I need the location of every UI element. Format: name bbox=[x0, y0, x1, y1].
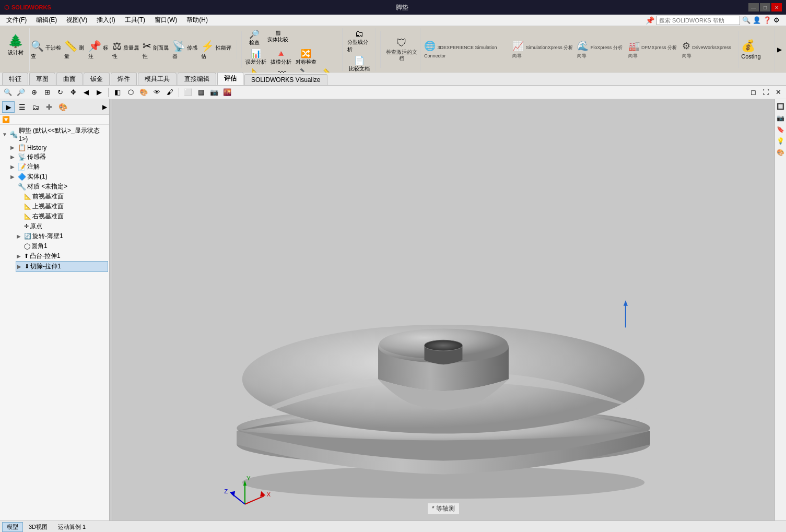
view-cube-button[interactable]: ▦ bbox=[195, 87, 207, 98]
scene-button[interactable]: 🌇 bbox=[221, 87, 233, 98]
close-view-button[interactable]: ✕ bbox=[772, 87, 784, 98]
annotation-expand[interactable]: ▶ bbox=[10, 164, 17, 170]
next-view-button[interactable]: ▶ bbox=[93, 87, 105, 98]
boss-expand[interactable]: ▶ bbox=[17, 253, 23, 259]
previous-view-button[interactable]: ◀ bbox=[80, 87, 92, 98]
zoom-fit-button[interactable]: ⊕ bbox=[28, 87, 40, 98]
view-orientation-button[interactable]: ⬡ bbox=[125, 87, 136, 98]
close-button[interactable]: ✕ bbox=[771, 3, 782, 11]
revolve-expand[interactable]: ▶ bbox=[17, 233, 23, 239]
symmetry-check-button[interactable]: 🔀对称检查 bbox=[294, 48, 318, 67]
check-analysis-button[interactable]: 🔎检查 bbox=[244, 28, 265, 48]
menu-tools[interactable]: 工具(T) bbox=[121, 15, 149, 26]
camera-button[interactable]: 📷 bbox=[208, 87, 220, 98]
thickness-button[interactable]: 📏厚度分析 bbox=[317, 67, 339, 74]
tab-model[interactable]: 模型 bbox=[2, 522, 23, 532]
tree-item-sensor[interactable]: ▶ 📡 传感器 bbox=[9, 152, 108, 162]
check-button[interactable]: 🔍 干涉检查 bbox=[31, 40, 63, 60]
tab-evaluate[interactable]: 评估 bbox=[217, 72, 243, 85]
minimize-button[interactable]: — bbox=[748, 3, 759, 11]
menu-file[interactable]: 文件(F) bbox=[2, 15, 31, 26]
pan-button[interactable]: ✥ bbox=[67, 87, 79, 98]
rotate-button[interactable]: ↻ bbox=[54, 87, 66, 98]
tree-item-right-plane[interactable]: 📐 右视基准面 bbox=[16, 211, 108, 221]
search-input[interactable] bbox=[656, 16, 740, 25]
zoom-out-button[interactable]: 🔎 bbox=[15, 87, 27, 98]
error-analysis-button[interactable]: 📊误差分析 bbox=[244, 48, 268, 67]
tab-3dview[interactable]: 3D视图 bbox=[24, 522, 52, 532]
undercut-button[interactable]: 🔪底切分析 bbox=[294, 67, 316, 74]
view-box-button[interactable]: ⬜ bbox=[182, 87, 194, 98]
tab-feature[interactable]: 特征 bbox=[2, 73, 28, 85]
menu-insert[interactable]: 插入(I) bbox=[92, 15, 119, 26]
dfmxpress-button[interactable]: 🏭 DFMXpress 分析向导 bbox=[628, 40, 682, 59]
display-style-button[interactable]: 🎨 bbox=[138, 87, 149, 98]
zebra-button[interactable]: 〰斑马条纹 bbox=[272, 67, 294, 74]
normal-size-button[interactable]: ◻ bbox=[747, 87, 759, 98]
tree-item-revolve[interactable]: ▶ 🔄 旋转-薄壁1 bbox=[16, 231, 108, 241]
tree-item-top-plane[interactable]: 📐 上视基准面 bbox=[16, 202, 108, 211]
solid-compare-button[interactable]: ▨实体比较 bbox=[266, 28, 290, 48]
tab-visualize[interactable]: SOLIDWORKS Visualize bbox=[244, 74, 327, 85]
tree-item-cut[interactable]: ▶ ⬇ 切除-拉伸1 bbox=[16, 261, 108, 272]
tree-item-front-plane[interactable]: 📐 前视基准面 bbox=[16, 192, 108, 202]
tree-item-history[interactable]: ▶ 📋 History bbox=[9, 143, 108, 152]
tree-item-material[interactable]: 🔧 材质 <未指定> bbox=[9, 182, 108, 192]
color-button[interactable]: 🎨 bbox=[776, 147, 786, 158]
root-expand-icon[interactable]: ▼ bbox=[2, 132, 8, 137]
hide-show-button[interactable]: 👁 bbox=[151, 87, 162, 98]
panel-expand-button[interactable]: ▶ bbox=[102, 103, 107, 111]
list-view-button[interactable]: ☰ bbox=[16, 101, 28, 113]
zoom-in-button[interactable]: 🔍 bbox=[2, 87, 14, 98]
toolbar-expand-button[interactable]: ▶ bbox=[775, 27, 784, 72]
tab-sheetmetal[interactable]: 钣金 bbox=[84, 73, 110, 85]
parting-analysis-button[interactable]: 🗂分型线分析 bbox=[346, 28, 372, 54]
menu-help[interactable]: 帮助(H) bbox=[182, 15, 212, 26]
sensor-expand[interactable]: ▶ bbox=[10, 154, 17, 160]
draft-analysis-button[interactable]: 🔺拔模分析 bbox=[269, 48, 293, 67]
section-view-button[interactable]: ◧ bbox=[112, 87, 123, 98]
tree-item-fillet[interactable]: ◯ 圆角1 bbox=[16, 241, 108, 251]
mark-button[interactable]: 📌 标注 bbox=[88, 40, 111, 60]
solid-expand[interactable]: ▶ bbox=[10, 174, 17, 180]
menu-window[interactable]: 窗口(W) bbox=[150, 15, 181, 26]
section-button[interactable]: ✂ 剖面属性 bbox=[143, 40, 171, 60]
tree-item-boss[interactable]: ▶ ⬆ 凸台-拉伸1 bbox=[16, 251, 108, 261]
snapshot-button[interactable]: 📷 bbox=[776, 113, 786, 123]
maximize-button[interactable]: □ bbox=[760, 3, 770, 11]
design-tree-button[interactable]: 🌲 设计树 bbox=[3, 29, 28, 61]
menu-edit[interactable]: 编辑(E) bbox=[32, 15, 61, 26]
tab-surface[interactable]: 曲面 bbox=[56, 73, 83, 85]
help-icon[interactable]: ❓ bbox=[763, 16, 771, 24]
perf-button[interactable]: ⚡ 性能评估 bbox=[201, 40, 233, 60]
floxpress-button[interactable]: 🌊 FloXpress 分析向导 bbox=[577, 40, 627, 59]
tree-item-origin[interactable]: ✛ 原点 bbox=[16, 221, 108, 231]
tree-item-annotation[interactable]: ▶ 📝 注解 bbox=[9, 162, 108, 172]
config-view-button[interactable]: 🗂 bbox=[29, 101, 42, 113]
edit-appear-button[interactable]: 🖌 bbox=[164, 87, 175, 98]
tab-mold[interactable]: 模具工具 bbox=[138, 73, 177, 85]
tab-motion[interactable]: 运动算例 1 bbox=[53, 522, 90, 532]
bookmark-button[interactable]: 🔖 bbox=[776, 124, 786, 135]
measure-button[interactable]: 📏 测量 bbox=[64, 40, 87, 60]
search-icon[interactable]: 🔍 bbox=[742, 16, 750, 24]
tab-direct-edit[interactable]: 直接编辑 bbox=[178, 73, 216, 85]
tab-sketch[interactable]: 草图 bbox=[29, 73, 55, 85]
zoom-selection-button[interactable]: ⊞ bbox=[41, 87, 53, 98]
simxpress-button[interactable]: 📈 SimulationXpress 分析向导 bbox=[512, 40, 576, 59]
tree-root-item[interactable]: ▼ 🔩 脚垫 (默认<<默认>_显示状态 1>) bbox=[1, 126, 108, 143]
tree-view-button[interactable]: ▶ bbox=[2, 101, 15, 113]
quality-button[interactable]: ⚖ 质量属性 bbox=[112, 40, 142, 60]
add-view-button[interactable]: ✛ bbox=[43, 101, 55, 113]
settings-icon[interactable]: ⚙ bbox=[773, 16, 780, 24]
color-view-button[interactable]: 🎨 bbox=[56, 101, 69, 113]
tab-weld[interactable]: 焊件 bbox=[111, 73, 137, 85]
costing-button[interactable]: 💰 Costing bbox=[741, 39, 773, 60]
driveworks-button[interactable]: ⚙ DriveWorksXpress 向导 bbox=[682, 40, 736, 59]
light-button[interactable]: 💡 bbox=[776, 136, 786, 146]
tree-item-solid[interactable]: ▶ 🔷 实体(1) bbox=[9, 172, 108, 182]
maximize-view-button[interactable]: ⛶ bbox=[760, 87, 771, 98]
compare-doc-button[interactable]: 📄比较文档 bbox=[346, 54, 372, 74]
user-icon[interactable]: 👤 bbox=[753, 16, 761, 24]
history-expand[interactable]: ▶ bbox=[10, 145, 17, 150]
